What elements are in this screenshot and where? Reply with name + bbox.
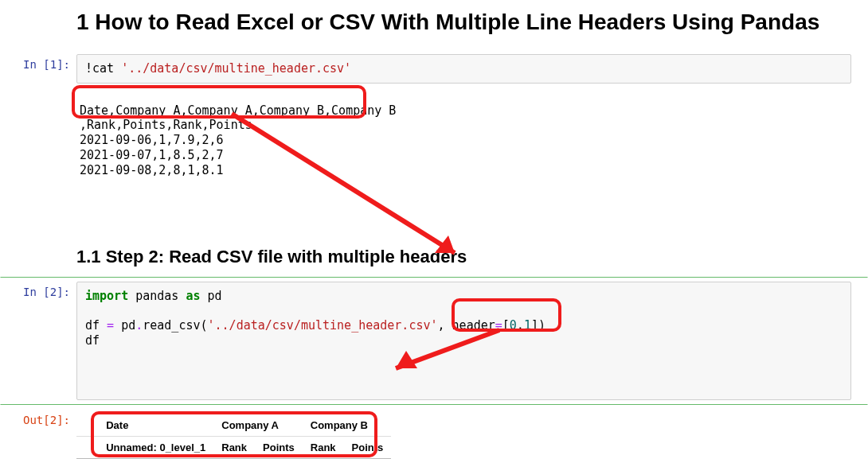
- in-prompt-1: In [1]:: [1, 54, 76, 272]
- code-input-1[interactable]: !cat '../data/csv/multine_header.csv': [76, 54, 851, 84]
- table-header-row-1: Date Company A Company B: [76, 414, 391, 437]
- cmd: cat: [92, 61, 121, 76]
- svg-marker-3: [396, 351, 417, 368]
- bang: !: [85, 61, 92, 76]
- output-cell-2: Out[2]: Date Company A Company B Unnamed…: [0, 405, 868, 459]
- out1-l4: 2021-09-08,2,8,1,8.1: [80, 163, 224, 177]
- table-header-row-2: Unnamed: 0_level_1 Rank Points Rank Poin…: [76, 436, 391, 458]
- page-title: 1 How to Read Excel or CSV With Multiple…: [76, 10, 851, 35]
- svg-line-2: [396, 330, 499, 368]
- code-cell-1[interactable]: In [1]: !cat '../data/csv/multine_header…: [0, 49, 868, 277]
- code-input-2[interactable]: import pandas as pd df = pd.read_csv('..…: [76, 282, 851, 400]
- in-prompt-2: In [2]:: [1, 282, 76, 400]
- svg-line-0: [232, 114, 455, 253]
- dataframe-table: Date Company A Company B Unnamed: 0_leve…: [76, 414, 391, 459]
- out1-l0: Date,Company A,Company A,Company B,Compa…: [80, 103, 396, 118]
- out1-l1: ,Rank,Points,Rank,Points: [80, 118, 252, 132]
- code-output-1: Date,Company A,Company A,Company B,Compa…: [76, 84, 851, 228]
- markdown-cell-title[interactable]: 1 How to Read Excel or CSV With Multiple…: [0, 0, 868, 49]
- prompt-empty: [1, 5, 76, 45]
- dataframe-output: Date Company A Company B Unnamed: 0_leve…: [76, 410, 851, 459]
- section-heading: 1.1 Step 2: Read CSV file with multiple …: [76, 247, 851, 267]
- code-cell-2[interactable]: In [2]: import pandas as pd df = pd.read…: [0, 277, 868, 405]
- out1-l2: 2021-09-06,1,7.9,2,6: [80, 133, 224, 147]
- out1-l3: 2021-09-07,1,8.5,2,7: [80, 148, 224, 162]
- path-string: '../data/csv/multine_header.csv': [121, 61, 351, 76]
- annotation-arrow-2: [384, 330, 511, 379]
- out-prompt-2: Out[2]:: [1, 410, 76, 459]
